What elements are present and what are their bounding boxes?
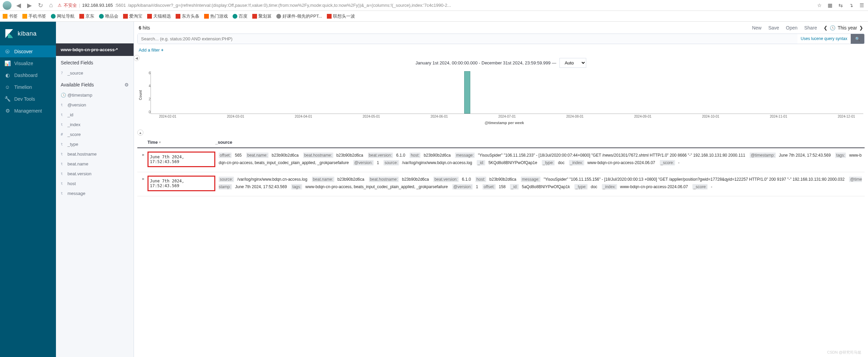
- table-row: ▸ June 7th 2024, 17:52:43.569 offset: 56…: [137, 148, 865, 172]
- taobao-icon: [123, 14, 128, 19]
- download-icon[interactable]: ↴: [848, 2, 855, 8]
- field-item[interactable]: tbeat.name: [56, 159, 134, 169]
- expand-row-icon[interactable]: ▸: [139, 152, 147, 157]
- x-axis-label: @timestamp per week: [145, 121, 863, 125]
- index-pattern-selector[interactable]: www-bdqn-cn-pro-access-*: [56, 43, 134, 56]
- search-button[interactable]: 🔍: [851, 34, 864, 44]
- nav-dashboard[interactable]: ◐Dashboard: [0, 69, 56, 81]
- bookmark-item[interactable]: 书签: [3, 13, 18, 19]
- bookmark-item[interactable]: 百度: [233, 13, 248, 19]
- fields-panel: www-bdqn-cn-pro-access-* Selected Fields…: [56, 22, 134, 357]
- back-icon[interactable]: ◀: [15, 2, 22, 9]
- share-button[interactable]: Share: [804, 25, 817, 31]
- extension-icon[interactable]: ▦: [826, 2, 834, 8]
- jd-icon: [79, 14, 84, 19]
- url-port: :5601: [115, 3, 126, 8]
- histogram-bar[interactable]: [464, 71, 470, 114]
- home-icon[interactable]: ⌂: [48, 2, 54, 9]
- nav-visualize[interactable]: 📊Visualize: [0, 57, 56, 69]
- field-item[interactable]: ?_source: [56, 68, 134, 78]
- histogram-area: January 1st 2024, 00:00:00.000 - Decembe…: [139, 56, 863, 125]
- ju-icon: [252, 14, 257, 19]
- field-item[interactable]: t_type: [56, 139, 134, 149]
- nav-timelion[interactable]: ☺Timelion: [0, 81, 56, 93]
- star-icon[interactable]: ☆: [816, 2, 823, 8]
- time-picker[interactable]: ❮ 🕓 This year ❯: [824, 25, 863, 31]
- new-button[interactable]: New: [752, 25, 762, 31]
- kibana-logo[interactable]: kibana: [0, 22, 56, 45]
- field-item[interactable]: #_score: [56, 130, 134, 139]
- nav-devtools[interactable]: 🔧Dev Tools: [0, 93, 56, 105]
- field-item[interactable]: thost: [56, 179, 134, 189]
- bookmark-item[interactable]: 聚划算: [252, 13, 272, 19]
- interval-select[interactable]: Auto: [559, 58, 586, 68]
- field-item[interactable]: t@version: [56, 100, 134, 110]
- field-item[interactable]: t_id: [56, 110, 134, 120]
- bookmark-item[interactable]: 东方头条: [176, 13, 199, 19]
- profile-avatar[interactable]: [3, 1, 12, 10]
- field-item[interactable]: tbeat.hostname: [56, 149, 134, 159]
- field-item[interactable]: tmessage: [56, 189, 134, 198]
- reload-icon[interactable]: ↻: [37, 2, 44, 9]
- lucene-hint[interactable]: Uses lucene query syntax: [797, 34, 851, 44]
- sort-icon: ▾: [159, 140, 161, 144]
- wrench-icon: 🔧: [5, 96, 10, 102]
- baidu-icon: [233, 14, 237, 19]
- source-cell: source: /var/log/nginx/www.bdqn.cn-acces…: [219, 176, 863, 191]
- search-input[interactable]: [138, 34, 797, 44]
- y-axis-label: Count: [139, 90, 142, 100]
- col-time[interactable]: Time▾: [147, 140, 215, 145]
- menu-icon[interactable]: ☰: [858, 2, 865, 8]
- tmall-icon: [147, 14, 152, 19]
- field-item[interactable]: t_index: [56, 120, 134, 130]
- collapse-chart-icon[interactable]: ▲: [137, 130, 143, 136]
- add-filter-button[interactable]: Add a filter +: [139, 47, 163, 53]
- bookmark-item[interactable]: 唯品会: [99, 13, 118, 19]
- discover-topbar: 6 hits New Save Open Share ❮ 🕓 This year…: [134, 22, 868, 34]
- field-item[interactable]: 🕓@timestamp: [56, 90, 134, 100]
- sync-icon[interactable]: ⇆: [837, 2, 844, 8]
- news-icon: [176, 14, 180, 19]
- documents-table: Time▾ _source ▸ June 7th 2024, 17:52:43.…: [137, 137, 865, 357]
- table-header: Time▾ _source: [137, 137, 865, 148]
- bookmark-item[interactable]: 好课件-领先的PPT...: [276, 13, 322, 19]
- time-cell: June 7th 2024, 17:52:43.569: [147, 176, 215, 191]
- url-host: 192.168.93.165: [82, 3, 113, 8]
- game-icon: [204, 14, 209, 19]
- kibana-nav: kibana ⦾Discover 📊Visualize ◐Dashboard ☺…: [0, 22, 56, 357]
- star-icon: [3, 14, 7, 19]
- col-source[interactable]: _source: [215, 140, 863, 145]
- compass-icon: ⦾: [5, 48, 10, 55]
- bookmark-item[interactable]: 手机书签: [22, 13, 46, 19]
- bookmark-item[interactable]: 联想头一波: [327, 13, 355, 19]
- bookmark-item[interactable]: 爱淘宝: [123, 13, 142, 19]
- chart-icon: 📊: [5, 60, 10, 66]
- dashboard-icon: ◐: [5, 72, 10, 78]
- available-fields-header: Available Fields ⚙: [56, 78, 134, 90]
- watermark: CSDN @研究司马懿: [827, 350, 861, 355]
- search-bar: Uses lucene query syntax 🔍: [137, 34, 865, 44]
- bookmark-item[interactable]: 天猫精选: [147, 13, 171, 19]
- histogram-plot[interactable]: 2024-02-012024-03-012024-04-012024-05-01…: [151, 71, 863, 114]
- lenovo-icon: [327, 14, 332, 19]
- bookmark-item[interactable]: 热门游戏: [204, 13, 228, 19]
- url-path: /app/kibana#/discover?_g=(refreshInterva…: [128, 3, 451, 8]
- forward-icon[interactable]: ▶: [26, 2, 33, 9]
- nav-management[interactable]: ⚙Management: [0, 105, 56, 117]
- chevron-right-icon[interactable]: ❯: [859, 25, 863, 31]
- open-button[interactable]: Open: [786, 25, 797, 31]
- chevron-left-icon[interactable]: ❮: [824, 25, 828, 31]
- clock-icon: 🕓: [830, 25, 835, 31]
- bookmark-item[interactable]: 网址导航: [51, 13, 75, 19]
- address-bar[interactable]: ⚠ 不安全 | 192.168.93.165:5601/app/kibana#/…: [58, 2, 812, 8]
- nav-discover[interactable]: ⦾Discover: [0, 45, 56, 57]
- gear-icon[interactable]: ⚙: [124, 82, 129, 87]
- globe-icon: [51, 14, 56, 19]
- expand-row-icon[interactable]: ▸: [139, 176, 147, 181]
- insecure-label: 不安全: [64, 2, 77, 8]
- bookmark-item[interactable]: 京东: [79, 13, 94, 19]
- source-cell: offset: 565 beat.name: b23b90b2d6ca beat…: [219, 152, 863, 166]
- field-item[interactable]: tbeat.version: [56, 169, 134, 179]
- save-button[interactable]: Save: [768, 25, 779, 31]
- table-row: ▸ June 7th 2024, 17:52:43.569 source: /v…: [137, 172, 865, 196]
